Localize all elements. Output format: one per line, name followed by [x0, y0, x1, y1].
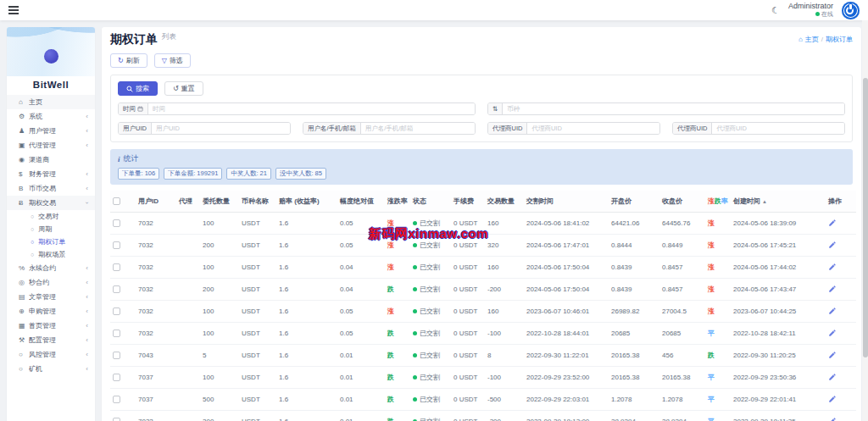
sidebar: BitWell ⌂主页⚙系统‹♟用户管理‹▣代理管理‹◉渠道商$财务管理‹B币币… — [7, 27, 95, 421]
row-checkbox[interactable] — [113, 241, 120, 249]
filter-field-0: 用户UID — [118, 122, 291, 135]
edit-button[interactable] — [828, 219, 837, 229]
row-checkbox[interactable] — [113, 307, 120, 315]
edit-button[interactable] — [828, 241, 837, 251]
cell-close: 0.8449 — [659, 235, 705, 257]
topbar: ☾ Administrator 在线 — [0, 0, 868, 20]
time-filter-input[interactable] — [148, 103, 475, 114]
sidebar-item-14[interactable]: ○风控管理‹ — [7, 347, 95, 362]
sidebar-item-13[interactable]: ⚒配置管理‹ — [7, 333, 95, 347]
row-checkbox[interactable] — [113, 352, 120, 359]
scrollbar-thumb[interactable] — [863, 78, 868, 357]
row-checkbox[interactable] — [113, 219, 120, 227]
cell-volume: -300 — [485, 411, 524, 421]
miner-icon: ○ — [19, 365, 29, 373]
filter-field-label: 代理商UID — [673, 123, 712, 134]
direction-value: 跌 — [387, 374, 394, 381]
cell-agent — [176, 389, 200, 411]
sidebar-subitem-1[interactable]: ○周期 — [7, 223, 95, 235]
filter-field-input-1[interactable] — [361, 123, 475, 134]
edit-button[interactable] — [828, 307, 837, 317]
sidebar-item-6[interactable]: B币币交易‹ — [7, 181, 95, 196]
dark-mode-icon[interactable]: ☾ — [771, 5, 780, 16]
menu-toggle-icon[interactable] — [8, 4, 19, 16]
edit-button[interactable] — [828, 263, 837, 273]
sidebar-item-10[interactable]: ▤文章管理‹ — [7, 290, 95, 304]
sidebar-item-8[interactable]: %永续合约‹ — [7, 261, 95, 275]
row-checkbox[interactable] — [113, 263, 120, 271]
direction-value: 跌 — [387, 418, 394, 421]
cell-uid: 7043 — [136, 345, 176, 367]
channel-icon: ◉ — [19, 156, 29, 163]
chevron-icon: ‹ — [86, 113, 88, 120]
reset-button[interactable]: ↺ 重置 — [164, 81, 203, 96]
sidebar-item-12[interactable]: ▦首页管理‹ — [7, 319, 95, 333]
filter-field-input-3[interactable] — [712, 123, 844, 134]
sidebar-item-3[interactable]: ▣代理管理‹ — [7, 138, 95, 152]
watermark: 新码网xinmaw.com — [369, 226, 488, 242]
filter-field-input-0[interactable] — [152, 123, 290, 134]
select-all-checkbox[interactable] — [113, 197, 120, 205]
sidebar-subitem-2[interactable]: ○期权订单 — [7, 235, 95, 248]
sidebar-item-0[interactable]: ⌂主页 — [7, 95, 95, 109]
cell-actions — [826, 389, 856, 411]
filter-button[interactable]: ▽ 筛选 — [154, 53, 191, 68]
breadcrumb-home[interactable]: 主页 — [805, 35, 819, 44]
cell-fee: 0 USDT — [451, 257, 485, 279]
edit-button[interactable] — [828, 417, 837, 421]
edit-button[interactable] — [828, 285, 837, 295]
sidebar-item-11[interactable]: ⊕申购管理‹ — [7, 304, 95, 319]
edit-button[interactable] — [828, 395, 837, 405]
sidebar-item-1[interactable]: ⚙系统‹ — [7, 109, 95, 124]
col-header-15[interactable]: 创建时间▲ — [731, 191, 826, 213]
sidebar-item-15[interactable]: ○矿机‹ — [7, 362, 95, 376]
edit-button[interactable] — [828, 329, 837, 339]
cell-status: 已交割 — [410, 279, 451, 301]
row-checkbox[interactable] — [113, 418, 120, 421]
sidebar-subitem-0[interactable]: ○交易对 — [7, 210, 95, 223]
status-dot-icon — [413, 287, 417, 291]
sidebar-item-4[interactable]: ◉渠道商 — [7, 152, 95, 167]
cell-deliver_time: 2024-05-06 17:50:04 — [524, 257, 609, 279]
row-select-cell — [110, 213, 136, 235]
row-checkbox[interactable] — [113, 330, 120, 337]
logout-power-icon[interactable] — [842, 2, 860, 19]
row-checkbox[interactable] — [113, 396, 120, 403]
status-dot-icon — [413, 375, 417, 379]
cell-result: 涨 — [705, 257, 731, 279]
col-header-label: 操作 — [828, 197, 842, 205]
cell-agent — [176, 301, 200, 323]
cell-amount: 300 — [200, 411, 239, 421]
sidebar-item-label: 主页 — [29, 97, 88, 107]
coin-filter-input[interactable] — [503, 103, 844, 114]
scrollbar-track[interactable] — [862, 20, 868, 421]
user-info[interactable]: Administrator 在线 — [788, 3, 833, 18]
sidebar-item-7[interactable]: Ƀ期权交易‹ — [7, 196, 95, 210]
cell-agent — [176, 279, 200, 301]
cell-amount: 100 — [200, 367, 239, 389]
sidebar-item-5[interactable]: $财务管理‹ — [7, 167, 95, 181]
cell-amount: 100 — [200, 257, 239, 279]
breadcrumb-separator: / — [821, 36, 823, 43]
row-checkbox[interactable] — [113, 285, 120, 293]
edit-button[interactable] — [828, 373, 837, 383]
filter-field-input-2[interactable] — [527, 123, 659, 134]
cell-dir: 跌 — [385, 345, 410, 367]
sidebar-item-2[interactable]: ♟用户管理‹ — [7, 124, 95, 138]
col-header-14[interactable]: 涨跌率 — [705, 191, 731, 213]
cell-amount: 5 — [200, 345, 239, 367]
brand-name: BitWell — [7, 76, 95, 95]
sidebar-item-9[interactable]: ◎秒合约‹ — [7, 275, 95, 290]
edit-button[interactable] — [828, 351, 837, 361]
status-text: 已交割 — [420, 330, 440, 337]
sidebar-subitem-3[interactable]: ○期权场景 — [7, 248, 95, 261]
cell-status: 已交割 — [410, 389, 451, 411]
direction-value: 涨 — [708, 263, 715, 271]
direction-value: 涨 — [708, 285, 715, 293]
search-button[interactable]: 搜索 — [118, 81, 158, 96]
cell-agent — [176, 235, 200, 257]
row-checkbox[interactable] — [113, 374, 120, 381]
refresh-button[interactable]: ↻ 刷新 — [110, 53, 147, 68]
cell-open: 0.8439 — [609, 257, 659, 279]
status-text: 已交割 — [420, 263, 440, 271]
